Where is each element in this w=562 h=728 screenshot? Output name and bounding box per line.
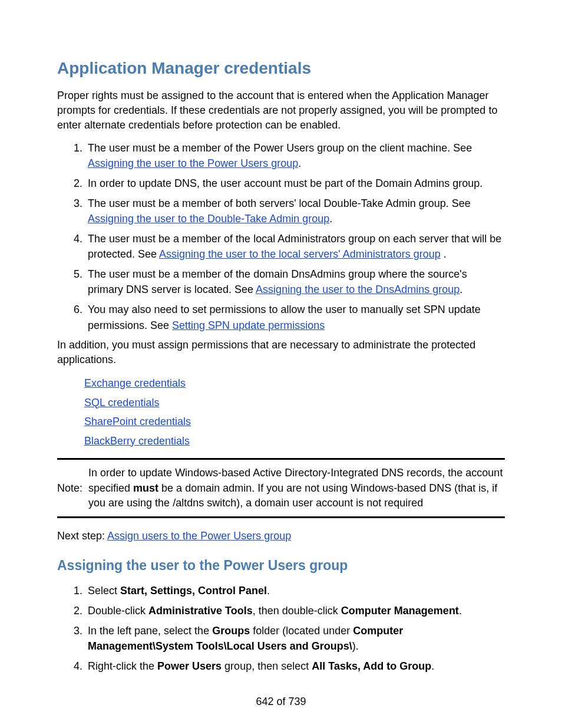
text: . <box>329 213 332 225</box>
list-item: Double-click Administrative Tools, then … <box>85 603 505 618</box>
bold-text: Power Users <box>157 660 222 672</box>
text: . <box>431 660 434 672</box>
list-item: Right-click the Power Users group, then … <box>85 658 505 674</box>
list-item: In the left pane, select the Groups fold… <box>85 623 505 654</box>
note-text: In order to update Windows-based Active … <box>88 466 505 510</box>
link-dnsadmins-group[interactable]: Assigning the user to the DnsAdmins grou… <box>256 284 459 295</box>
next-step: Next step: Assign users to the Power Use… <box>57 529 505 543</box>
note-label: Note: <box>57 482 88 495</box>
text: The user must be a member of both server… <box>88 197 471 209</box>
text: , then double-click <box>253 605 341 617</box>
text: Right-click the <box>88 660 157 672</box>
text: ). <box>352 640 359 652</box>
list-item: The user must be a member of the domain … <box>85 266 505 297</box>
link-double-take-admin[interactable]: Assigning the user to the Double-Take Ad… <box>88 213 329 225</box>
bold-text: Computer Management <box>341 605 459 617</box>
credential-links: Exchange credentials SQL credentials Sha… <box>84 374 505 450</box>
next-step-label: Next step: <box>57 530 107 542</box>
list-item: You may also need to set permissions to … <box>85 302 505 332</box>
mid-paragraph: In addition, you must assign permissions… <box>57 338 505 367</box>
link-next-step[interactable]: Assign users to the Power Users group <box>107 530 291 542</box>
text: Double-click <box>88 605 148 617</box>
link-power-users-group[interactable]: Assigning the user to the Power Users gr… <box>88 157 298 169</box>
text: . <box>441 248 447 260</box>
bold-text: All Tasks, Add to Group <box>312 660 431 672</box>
bold-text: Start, Settings, Control Panel <box>120 585 267 597</box>
link-blackberry-credentials[interactable]: BlackBerry credentials <box>84 435 190 447</box>
page-title: Application Manager credentials <box>57 59 505 78</box>
text: The user must be a member of the Power U… <box>88 142 472 154</box>
text: . <box>267 585 270 597</box>
bold-text: must <box>133 482 158 494</box>
list-item: In order to update DNS, the user account… <box>85 176 505 191</box>
requirements-list: The user must be a member of the Power U… <box>57 140 505 333</box>
link-sharepoint-credentials[interactable]: SharePoint credentials <box>84 416 191 427</box>
list-item: The user must be a member of the local A… <box>85 231 505 262</box>
text: Select <box>88 585 120 597</box>
page-content: Application Manager credentials Proper r… <box>22 0 540 728</box>
bold-text: Administrative Tools <box>148 605 253 617</box>
bold-text: Groups <box>212 625 250 637</box>
list-item: The user must be a member of both server… <box>85 196 505 226</box>
text: . <box>459 605 462 617</box>
intro-paragraph: Proper rights must be assigned to the ac… <box>57 88 505 133</box>
note-box: Note: In order to update Windows-based A… <box>57 458 505 518</box>
text: In the left pane, select the <box>88 625 212 637</box>
text: folder (located under <box>250 625 353 637</box>
section-heading: Assigning the user to the Power Users gr… <box>57 558 505 574</box>
link-local-admins-group[interactable]: Assigning the user to the local servers'… <box>159 248 441 260</box>
link-sql-credentials[interactable]: SQL credentials <box>84 397 159 409</box>
text: group, then select <box>222 660 312 672</box>
page-number: 642 of 739 <box>57 696 505 708</box>
link-exchange-credentials[interactable]: Exchange credentials <box>84 377 186 389</box>
list-item: Select Start, Settings, Control Panel. <box>85 583 505 598</box>
link-spn-permissions[interactable]: Setting SPN update permissions <box>172 319 325 331</box>
list-item: The user must be a member of the Power U… <box>85 140 505 171</box>
text: . <box>459 284 462 295</box>
text: . <box>298 157 301 169</box>
steps-list: Select Start, Settings, Control Panel. D… <box>57 583 505 674</box>
